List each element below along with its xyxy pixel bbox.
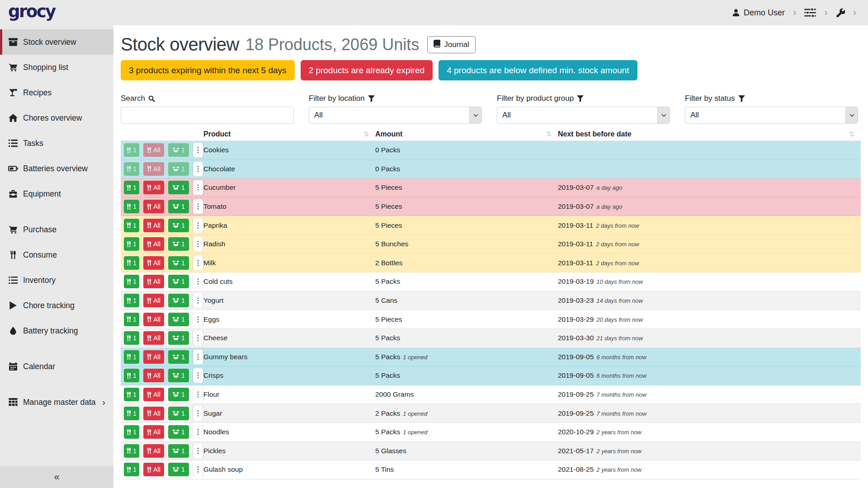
sidebar-item-consume[interactable]: Consume xyxy=(0,242,113,267)
row-more-button[interactable]: ⋮ xyxy=(193,199,203,214)
journal-button[interactable]: Journal xyxy=(427,36,476,53)
row-more-button[interactable]: ⋮ xyxy=(193,143,203,157)
consume-one-button[interactable]: 1 xyxy=(124,313,139,326)
consume-all-button[interactable]: All xyxy=(143,331,164,345)
amount-column-header[interactable]: Amount ⇅ xyxy=(375,130,558,138)
consume-one-button[interactable]: 1 xyxy=(124,256,139,270)
row-more-button[interactable]: ⋮ xyxy=(193,406,203,421)
sidebar-item-stock-overview[interactable]: Stock overview xyxy=(0,29,113,55)
open-one-button[interactable]: 1 xyxy=(168,237,189,251)
consume-all-button[interactable]: All xyxy=(143,425,164,439)
sidebar-item-purchase[interactable]: Purchase xyxy=(0,217,113,242)
open-one-button[interactable]: 1 xyxy=(168,219,189,232)
row-more-button[interactable]: ⋮ xyxy=(193,350,203,364)
row-more-button[interactable]: ⋮ xyxy=(193,274,203,289)
consume-all-button[interactable]: All xyxy=(143,256,164,270)
open-one-button[interactable]: 1 xyxy=(168,143,189,157)
consume-one-button[interactable]: 1 xyxy=(124,350,139,364)
sidebar-item-inventory[interactable]: Inventory xyxy=(0,267,113,293)
row-more-button[interactable]: ⋮ xyxy=(193,368,203,383)
consume-all-button[interactable]: All xyxy=(143,350,164,364)
row-more-button[interactable]: ⋮ xyxy=(193,312,203,327)
open-one-button[interactable]: 1 xyxy=(168,181,189,194)
open-one-button[interactable]: 1 xyxy=(168,162,189,176)
consume-one-button[interactable]: 1 xyxy=(124,407,139,420)
row-more-button[interactable]: ⋮ xyxy=(193,444,203,458)
row-more-button[interactable]: ⋮ xyxy=(193,180,203,195)
open-one-button[interactable]: 1 xyxy=(168,425,189,439)
search-input[interactable] xyxy=(121,107,294,124)
row-more-button[interactable]: ⋮ xyxy=(193,462,203,477)
row-more-button[interactable]: ⋮ xyxy=(193,425,203,439)
status-select[interactable]: All xyxy=(685,107,858,124)
sidebar-collapse-button[interactable]: « xyxy=(0,466,113,488)
row-more-button[interactable]: ⋮ xyxy=(193,162,203,176)
consume-all-button[interactable]: All xyxy=(143,237,164,251)
open-one-button[interactable]: 1 xyxy=(168,407,189,420)
open-one-button[interactable]: 1 xyxy=(168,444,189,458)
sidebar-item-battery-tracking[interactable]: Battery tracking xyxy=(0,318,113,343)
consume-all-button[interactable]: All xyxy=(143,388,164,401)
sidebar-item-recipes[interactable]: Recipes xyxy=(0,80,113,105)
open-one-button[interactable]: 1 xyxy=(168,388,189,401)
consume-one-button[interactable]: 1 xyxy=(124,162,139,176)
row-more-button[interactable]: ⋮ xyxy=(193,237,203,251)
open-one-button[interactable]: 1 xyxy=(168,294,189,307)
open-one-button[interactable]: 1 xyxy=(168,369,189,382)
consume-one-button[interactable]: 1 xyxy=(124,444,139,458)
product-column-header[interactable]: Product ⇅ xyxy=(203,130,375,138)
open-one-button[interactable]: 1 xyxy=(168,200,189,213)
consume-all-button[interactable]: All xyxy=(143,143,164,157)
product-group-select[interactable]: All xyxy=(497,107,670,124)
consume-all-button[interactable]: All xyxy=(143,444,164,458)
row-more-button[interactable]: ⋮ xyxy=(193,293,203,308)
open-one-button[interactable]: 1 xyxy=(168,331,189,345)
consume-one-button[interactable]: 1 xyxy=(124,143,139,157)
open-one-button[interactable]: 1 xyxy=(168,275,189,288)
row-more-button[interactable]: ⋮ xyxy=(193,256,203,270)
consume-one-button[interactable]: 1 xyxy=(124,275,139,288)
row-more-button[interactable]: ⋮ xyxy=(193,218,203,233)
date-column-header[interactable]: Next best before date ⇅ xyxy=(558,130,861,138)
consume-one-button[interactable]: 1 xyxy=(124,294,139,307)
consume-one-button[interactable]: 1 xyxy=(124,388,139,401)
sidebar-item-calendar[interactable]: Calendar xyxy=(0,354,113,379)
consume-one-button[interactable]: 1 xyxy=(124,425,139,439)
admin-menu[interactable]: › xyxy=(836,8,856,18)
sidebar-item-chore-tracking[interactable]: Chore tracking xyxy=(0,293,113,318)
sliders-icon xyxy=(804,8,816,17)
row-more-button[interactable]: ⋮ xyxy=(193,387,203,402)
consume-one-button[interactable]: 1 xyxy=(124,219,139,232)
open-one-button[interactable]: 1 xyxy=(168,463,189,476)
sidebar-item-tasks[interactable]: Tasks xyxy=(0,131,113,156)
user-menu[interactable]: Demo User › xyxy=(732,8,796,18)
consume-one-button[interactable]: 1 xyxy=(124,463,139,476)
consume-all-button[interactable]: All xyxy=(143,407,164,420)
consume-all-button[interactable]: All xyxy=(143,162,164,176)
consume-one-button[interactable]: 1 xyxy=(124,200,139,213)
sidebar-item-batteries-overview[interactable]: Batteries overview xyxy=(0,156,113,181)
consume-one-button[interactable]: 1 xyxy=(124,237,139,251)
consume-all-button[interactable]: All xyxy=(143,369,164,382)
location-select[interactable]: All xyxy=(309,107,482,124)
settings-menu[interactable]: › xyxy=(804,8,827,18)
open-one-button[interactable]: 1 xyxy=(168,313,189,326)
consume-all-button[interactable]: All xyxy=(143,313,164,326)
app-logo[interactable]: grocy xyxy=(8,2,55,21)
consume-all-button[interactable]: All xyxy=(143,181,164,194)
consume-all-button[interactable]: All xyxy=(143,219,164,232)
consume-all-button[interactable]: All xyxy=(143,294,164,307)
consume-one-button[interactable]: 1 xyxy=(124,331,139,345)
consume-all-button[interactable]: All xyxy=(143,200,164,213)
consume-all-button[interactable]: All xyxy=(143,463,164,476)
open-one-button[interactable]: 1 xyxy=(168,256,189,270)
sidebar-item-manage-master-data[interactable]: Manage master data › xyxy=(0,389,113,415)
consume-one-button[interactable]: 1 xyxy=(124,181,139,194)
sidebar-item-chores-overview[interactable]: Chores overview xyxy=(0,105,113,131)
sidebar-item-shopping-list[interactable]: Shopping list xyxy=(0,55,113,80)
consume-one-button[interactable]: 1 xyxy=(124,369,139,382)
row-more-button[interactable]: ⋮ xyxy=(193,331,203,345)
consume-all-button[interactable]: All xyxy=(143,275,164,288)
open-one-button[interactable]: 1 xyxy=(168,350,189,364)
sidebar-item-equipment[interactable]: Equipment xyxy=(0,181,113,206)
